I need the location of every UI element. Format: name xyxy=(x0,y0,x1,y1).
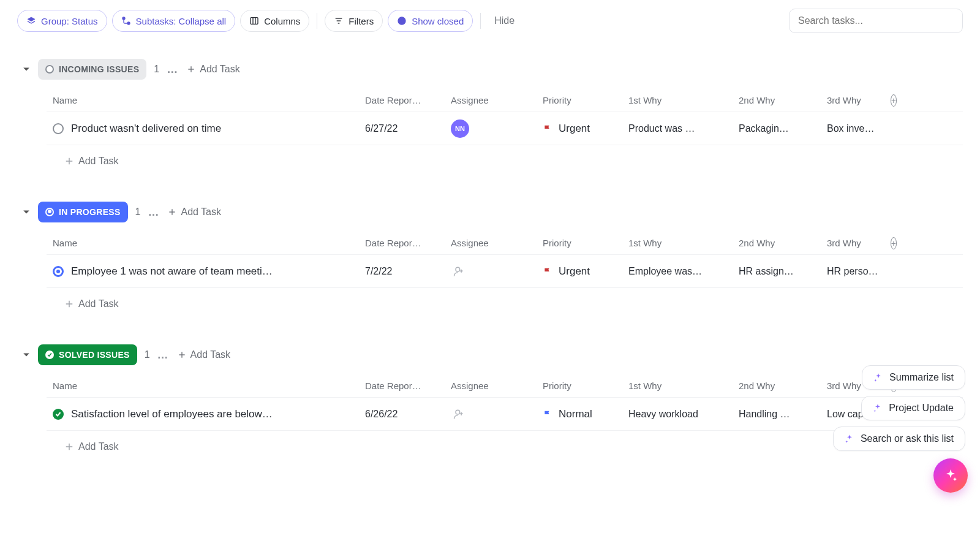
col-date[interactable]: Date Repor… xyxy=(359,238,445,248)
group-in-progress: IN PROGRESS 1 … Add Task Name Date Repor… xyxy=(17,202,963,320)
task-table: Name Date Repor… Assignee Priority 1st W… xyxy=(47,88,963,177)
group-button[interactable]: Group: Status xyxy=(17,10,107,32)
search-input[interactable] xyxy=(789,9,963,33)
col-name[interactable]: Name xyxy=(47,95,359,105)
col-assignee[interactable]: Assignee xyxy=(445,381,537,391)
group-more-button[interactable]: … xyxy=(167,63,179,76)
status-chip-incoming[interactable]: INCOMING ISSUES xyxy=(38,59,146,80)
status-chip-progress[interactable]: IN PROGRESS xyxy=(38,202,128,222)
add-task-label: Add Task xyxy=(78,156,119,167)
filters-button[interactable]: Filters xyxy=(325,10,383,32)
task-date[interactable]: 6/26/22 xyxy=(359,409,445,420)
table-row[interactable]: Product wasn't delivered on time 6/27/22… xyxy=(47,112,963,145)
svg-point-1 xyxy=(127,22,130,25)
task-why1[interactable]: Heavy workload xyxy=(622,409,733,420)
task-assignee[interactable] xyxy=(445,406,537,422)
check-circle-icon xyxy=(397,16,407,26)
col-name[interactable]: Name xyxy=(47,381,359,391)
sparkle-icon xyxy=(845,434,854,444)
task-assignee[interactable] xyxy=(445,264,537,279)
col-why2[interactable]: 2nd Why xyxy=(733,95,821,105)
col-why1[interactable]: 1st Why xyxy=(622,238,733,248)
sparkle-icon xyxy=(943,468,958,483)
subtasks-button[interactable]: Subtasks: Collapse all xyxy=(112,10,236,32)
group-button-label: Group: Status xyxy=(41,16,98,26)
col-date[interactable]: Date Repor… xyxy=(359,381,445,391)
task-why2[interactable]: HR assign… xyxy=(733,266,821,277)
row-add-task-button[interactable]: Add Task xyxy=(64,441,119,452)
plus-icon xyxy=(186,64,196,74)
ai-project-update-button[interactable]: Project Update xyxy=(861,396,965,420)
table-header: Name Date Repor… Assignee Priority 1st W… xyxy=(47,89,963,112)
collapse-icon[interactable] xyxy=(22,65,31,74)
task-date[interactable]: 7/2/22 xyxy=(359,266,445,277)
col-name[interactable]: Name xyxy=(47,238,359,248)
table-row[interactable]: Employee 1 was not aware of team meeti… … xyxy=(47,255,963,288)
group-more-button[interactable]: … xyxy=(148,206,160,219)
flag-icon xyxy=(543,267,552,276)
row-add-task-button[interactable]: Add Task xyxy=(64,298,119,309)
group-add-task-button[interactable]: Add Task xyxy=(167,207,221,218)
status-bullet-icon xyxy=(45,208,54,216)
task-date[interactable]: 6/27/22 xyxy=(359,123,445,134)
row-add-task-button[interactable]: Add Task xyxy=(64,156,119,167)
svg-rect-2 xyxy=(251,18,258,25)
ai-search-ask-button[interactable]: Search or ask this list xyxy=(833,427,965,451)
plus-icon xyxy=(167,207,177,217)
task-priority[interactable]: Urgent xyxy=(537,123,622,135)
add-task-label: Add Task xyxy=(200,64,240,75)
ai-suggestions-panel: Summarize list Project Update Search or … xyxy=(833,365,965,451)
col-why3[interactable]: 3rd Why xyxy=(821,95,884,105)
status-icon-progress[interactable] xyxy=(53,266,64,277)
task-why1[interactable]: Employee was… xyxy=(622,266,733,277)
task-priority[interactable]: Normal xyxy=(537,408,622,420)
task-title: Employee 1 was not aware of team meeti… xyxy=(71,265,353,278)
assignee-add-icon xyxy=(451,264,467,279)
col-why2[interactable]: 2nd Why xyxy=(733,238,821,248)
col-why1[interactable]: 1st Why xyxy=(622,381,733,391)
columns-button[interactable]: Columns xyxy=(240,10,309,32)
task-assignee[interactable]: NN xyxy=(445,119,537,138)
col-assignee[interactable]: Assignee xyxy=(445,238,537,248)
task-why3[interactable]: HR perso… xyxy=(821,266,884,277)
status-icon-solved[interactable] xyxy=(53,409,64,420)
group-add-task-button[interactable]: Add Task xyxy=(177,349,231,360)
flag-icon xyxy=(543,124,552,134)
status-chip-solved[interactable]: SOLVED ISSUES xyxy=(38,344,137,365)
hide-button[interactable]: Hide xyxy=(488,15,521,26)
col-why3[interactable]: 3rd Why xyxy=(821,238,884,248)
collapse-icon[interactable] xyxy=(22,208,31,216)
group-count: 1 xyxy=(135,207,141,218)
task-title: Product wasn't delivered on time xyxy=(71,123,353,135)
task-priority[interactable]: Urgent xyxy=(537,265,622,278)
col-date[interactable]: Date Repor… xyxy=(359,95,445,105)
table-header: Name Date Repor… Assignee Priority 1st W… xyxy=(47,374,963,398)
task-why1[interactable]: Product was … xyxy=(622,123,733,134)
col-why1[interactable]: 1st Why xyxy=(622,95,733,105)
ai-summarize-button[interactable]: Summarize list xyxy=(862,365,965,390)
task-why2[interactable]: Handling … xyxy=(733,409,821,420)
ai-summarize-label: Summarize list xyxy=(889,372,954,383)
add-column-button[interactable]: + xyxy=(891,94,897,107)
col-why2[interactable]: 2nd Why xyxy=(733,381,821,391)
add-task-label: Add Task xyxy=(78,298,119,309)
table-footer: Add Task xyxy=(47,145,963,177)
ai-fab-button[interactable] xyxy=(933,458,968,493)
priority-label: Urgent xyxy=(559,123,590,135)
col-priority[interactable]: Priority xyxy=(537,95,622,105)
columns-icon xyxy=(249,16,259,26)
task-why3[interactable]: Box inven… xyxy=(821,123,884,134)
col-priority[interactable]: Priority xyxy=(537,238,622,248)
show-closed-button[interactable]: Show closed xyxy=(388,10,473,32)
group-add-task-button[interactable]: Add Task xyxy=(186,64,240,75)
table-row[interactable]: Satisfaction level of employees are belo… xyxy=(47,398,963,431)
status-icon-incoming[interactable] xyxy=(53,123,64,134)
sparkle-icon xyxy=(873,373,883,382)
priority-label: Urgent xyxy=(559,265,590,278)
add-column-button[interactable]: + xyxy=(891,237,897,249)
col-priority[interactable]: Priority xyxy=(537,381,622,391)
group-more-button[interactable]: … xyxy=(157,349,170,362)
col-assignee[interactable]: Assignee xyxy=(445,95,537,105)
collapse-icon[interactable] xyxy=(22,351,31,359)
task-why2[interactable]: Packagin… xyxy=(733,123,821,134)
